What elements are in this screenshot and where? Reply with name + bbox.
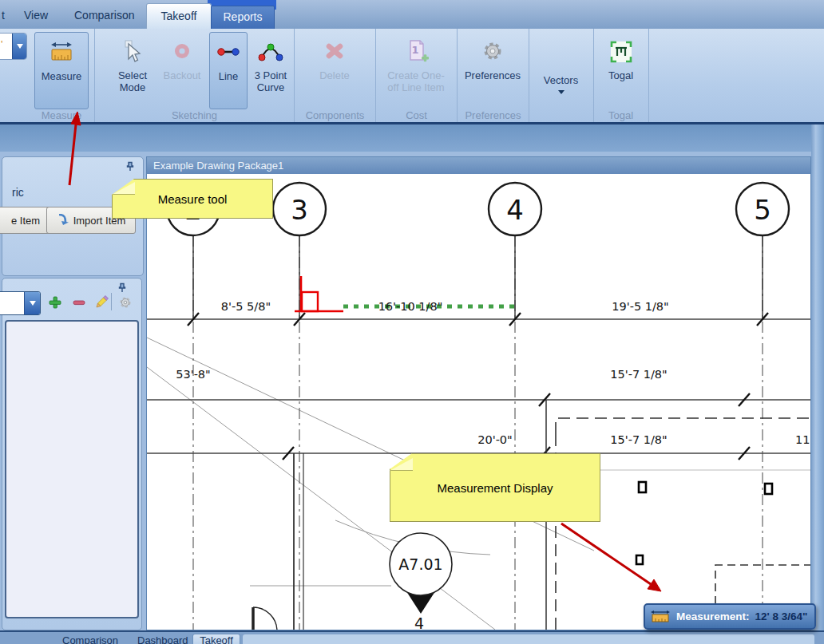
three-point-curve-button[interactable]: 3 Point Curve: [249, 32, 292, 108]
detail-tag-text: A7.01: [398, 555, 442, 573]
ribbon-group-vectors: Vectors: [529, 29, 594, 122]
ribbon-group-sketching: Select Mode Backout Line: [95, 29, 295, 122]
dimension-texts-row-1: 8'-5 5/8" 16'-10 1/8" 19'-5 1/8": [221, 300, 669, 313]
document-tab-bar: Comparison Dashboard Takeoff: [0, 630, 824, 644]
dashed-scope-outline: [556, 418, 810, 630]
delete-button-label: Delete: [319, 69, 350, 81]
tab-comparison[interactable]: Comparison: [74, 9, 134, 22]
pencil-icon: [93, 294, 109, 310]
three-point-curve-button-label: 3 Point Curve: [249, 69, 292, 93]
create-one-off-line-item-label: Create One-off Line Item: [382, 69, 450, 93]
pin-icon[interactable]: [117, 282, 127, 293]
detail-number-text: 4: [414, 614, 424, 630]
items-list[interactable]: [5, 320, 139, 618]
svg-text:1: 1: [411, 44, 418, 56]
dim-15-7-b: 15'-7 1/8": [610, 433, 668, 446]
preferences-button[interactable]: Preferences: [462, 32, 523, 108]
detail-tag: A7.01 4: [390, 533, 452, 630]
select-mode-button[interactable]: Select Mode: [109, 32, 156, 108]
curve-tool-icon: [258, 37, 283, 67]
backout-donut-icon: [170, 37, 194, 67]
group-label-components: Components: [295, 109, 375, 121]
preferences-button-label: Preferences: [465, 69, 521, 81]
grid-bubble-4: 4: [506, 194, 524, 226]
chevron-down-icon: [30, 301, 36, 306]
ribbon-group-cost: 1 Create One-off Line Item Cost: [376, 29, 458, 122]
tab-reports[interactable]: Reports: [211, 6, 275, 30]
tab-partial[interactable]: t: [2, 9, 5, 22]
group-label-togal: Togal: [593, 109, 648, 121]
drawing-panel: Example Drawing Package1: [146, 156, 811, 630]
dim-53-8: 53'-8": [176, 368, 211, 381]
scale-combobox-dropdown[interactable]: [12, 34, 26, 59]
backout-button-label: Backout: [164, 69, 201, 81]
collapsed-right-panel[interactable]: [811, 124, 824, 630]
plus-icon: [47, 294, 63, 310]
dim-20-0: 20'-0": [477, 433, 513, 446]
workspace-top-band: [0, 124, 824, 152]
select-mode-button-label: Select Mode: [109, 69, 156, 93]
door-symbol: [253, 607, 277, 630]
ribbon-group-togal: Togal Togal: [593, 29, 649, 122]
tab-view[interactable]: View: [24, 9, 48, 22]
edit-item-button[interactable]: [92, 293, 111, 312]
add-item-button[interactable]: [46, 293, 65, 312]
item-settings-button[interactable]: [116, 293, 135, 312]
ribbon-group-measure: Measure Measure: [29, 29, 95, 122]
drawing-canvas[interactable]: 2 3 4 5 8'-5 5/8": [147, 174, 810, 630]
measurement-readout: Measurement: 12' 8 3/64": [644, 603, 816, 630]
drawing-title: Example Drawing Package1: [153, 160, 283, 172]
ribbon-group-components: Delete Components: [295, 29, 376, 122]
callout-measurement-display: Measurement Display: [390, 453, 600, 522]
line-button[interactable]: Line: [209, 32, 248, 109]
ribbon-group-preferences: Preferences Preferences: [458, 29, 529, 122]
bottom-tab-takeoff[interactable]: Takeoff: [192, 634, 240, 644]
togal-button-label: Togal: [608, 69, 633, 81]
measurement-value: 12' 8 3/64": [755, 610, 808, 622]
togal-icon: [608, 37, 634, 67]
cursor-icon: [121, 37, 145, 67]
items-combobox-dropdown[interactable]: [24, 292, 40, 314]
measurement-label: Measurement:: [676, 610, 750, 622]
backout-button: Backout: [159, 32, 205, 108]
panel-truncated-label: ric: [12, 186, 24, 199]
group-label-measure: Measure: [29, 109, 94, 121]
chevron-down-icon: [558, 90, 565, 94]
callout-measure-tool: Measure tool: [112, 179, 273, 219]
one-off-document-icon: 1: [402, 37, 430, 67]
perpendicular-snap-marker: [295, 276, 343, 312]
bottom-tab-comparison[interactable]: Comparison: [62, 634, 118, 644]
dim-16-10: 16'-10 1/8": [378, 300, 443, 313]
group-label-preferences: Preferences: [458, 109, 529, 121]
ribbon-tab-bar: t View Comparison Takeoff Reports: [0, 0, 824, 30]
scale-combobox-value: ': [1, 38, 2, 50]
group-label-sketching: Sketching: [95, 109, 294, 121]
remove-item-button[interactable]: [69, 293, 89, 312]
toolbar-separator: [111, 293, 112, 310]
togal-button[interactable]: Togal: [598, 32, 644, 108]
bottom-tab-dashboard[interactable]: Dashboard: [137, 634, 188, 644]
callout-measurement-display-text: Measurement Display: [437, 481, 553, 495]
dim-19-5: 19'-5 1/8": [612, 300, 669, 313]
measure-button[interactable]: Measure: [34, 32, 89, 109]
pin-icon[interactable]: [125, 161, 135, 172]
takeoff-items-panel: [2, 278, 142, 630]
delete-button: Delete: [311, 32, 359, 108]
measure-button-label: Measure: [42, 70, 82, 82]
scale-combobox[interactable]: ': [0, 33, 27, 60]
column-markers: [636, 482, 772, 564]
dim-15-7-a: 15'-7 1/8": [610, 368, 668, 381]
minus-icon: [71, 294, 87, 310]
tab-takeoff[interactable]: Takeoff: [146, 3, 212, 30]
vectors-dropdown-button[interactable]: Vectors: [536, 32, 586, 108]
dim-8-5: 8'-5 5/8": [221, 300, 271, 313]
callout-measure-tool-text: Measure tool: [158, 192, 228, 206]
item-button-label: e Item: [11, 215, 40, 227]
grid-bubble-5: 5: [754, 194, 771, 226]
bottom-tab-strip: [243, 634, 814, 644]
line-tool-icon: [216, 38, 241, 68]
drawing-title-bar[interactable]: Example Drawing Package1: [147, 157, 810, 174]
items-combobox[interactable]: [0, 291, 41, 315]
dimension-row-1: [147, 313, 810, 326]
grid-bubble-3: 3: [291, 194, 308, 226]
